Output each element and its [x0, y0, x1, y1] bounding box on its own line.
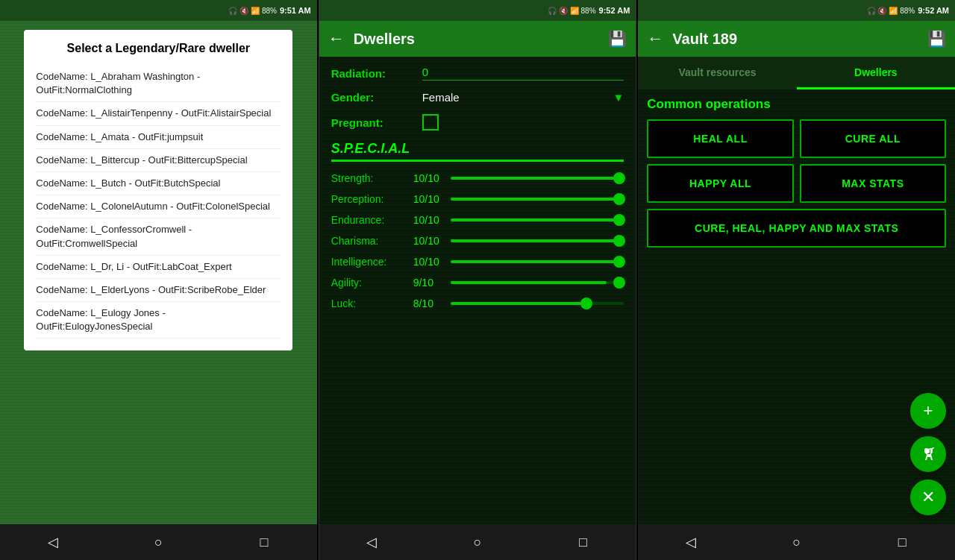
radiation-value[interactable]: 0 — [422, 66, 624, 81]
special-header: S.P.E.C.I.A.L — [331, 141, 624, 157]
stat-label-charisma: Charisma: — [331, 235, 406, 247]
app-header-3: ← Vault 189 💾 — [638, 21, 955, 57]
status-icons-3: 🎧 🔇 📶 88% — [867, 7, 915, 15]
tab-dwellers[interactable]: Dwellers — [797, 57, 955, 89]
modal-title: Select a Legendary/Rare dweller — [36, 42, 281, 55]
stat-row-agility: Agility: 9/10 — [331, 277, 624, 289]
recents-button-3[interactable]: □ — [889, 529, 915, 556]
stat-row-perception: Perception: 10/10 — [331, 193, 624, 205]
recents-button-2[interactable]: □ — [570, 529, 597, 556]
list-item[interactable]: CodeName: L_Dr, Li - OutFit:LabCoat_Expe… — [36, 256, 281, 279]
battery-2: 88% — [581, 7, 596, 15]
stat-value-perception: 10/10 — [413, 193, 443, 205]
gender-dropdown[interactable]: Female ▼ — [422, 91, 624, 104]
save-icon-3[interactable]: 💾 — [927, 30, 946, 48]
list-item[interactable]: CodeName: L_ElderLyons - OutFit:ScribeRo… — [36, 279, 281, 302]
modal-card: Select a Legendary/Rare dweller CodeName… — [24, 30, 292, 350]
recents-button-1[interactable]: □ — [251, 529, 278, 556]
list-item[interactable]: CodeName: L_Abraham Washington - OutFit:… — [36, 66, 281, 102]
back-button-1[interactable]: ◁ — [40, 529, 66, 556]
cure-all-button[interactable]: CURE ALL — [800, 119, 946, 158]
section-title: Common operations — [647, 97, 946, 112]
status-bar-2: 🎧 🔇 📶 88% 9:52 AM — [319, 0, 636, 21]
stat-slider-endurance[interactable] — [451, 218, 624, 221]
happy-all-button[interactable]: HAPPY ALL — [647, 164, 793, 203]
panel-3: 🎧 🔇 📶 88% 9:52 AM ← Vault 189 💾 Vault re… — [638, 0, 955, 560]
max-stats-button[interactable]: MAX STATS — [800, 164, 946, 203]
radiation-label: Radiation: — [331, 67, 413, 80]
stat-row-luck: Luck: 8/10 — [331, 298, 624, 309]
stat-slider-luck[interactable] — [451, 302, 624, 305]
time-1: 9:51 AM — [280, 6, 311, 15]
close-fab-button[interactable]: ✕ — [910, 479, 946, 515]
tab-vault-resources[interactable]: Vault resources — [638, 57, 796, 89]
nav-bar-2: ◁ ○ □ — [319, 524, 636, 560]
heal-all-button[interactable]: HEAL ALL — [647, 119, 793, 158]
status-icons-1: 🎧 🔇 📶 88% — [228, 7, 277, 15]
back-arrow-3[interactable]: ← — [647, 29, 663, 48]
modal-background: Select a Legendary/Rare dweller CodeName… — [0, 21, 317, 524]
stat-slider-perception[interactable] — [451, 198, 624, 201]
stat-value-luck: 8/10 — [413, 298, 443, 309]
stat-value-endurance: 10/10 — [413, 214, 443, 226]
battery-1: 88% — [262, 7, 277, 15]
stat-slider-charisma[interactable] — [451, 239, 624, 242]
stat-row-endurance: Endurance: 10/10 — [331, 214, 624, 226]
stat-label-perception: Perception: — [331, 193, 406, 205]
nav-bar-3: ◁ ○ □ — [638, 524, 955, 560]
list-item[interactable]: CodeName: L_AlistairTenpenny - OutFit:Al… — [36, 102, 281, 125]
list-item[interactable]: CodeName: L_Bittercup - OutFit:Bittercup… — [36, 149, 281, 172]
combined-button[interactable]: CURE, HEAL, HAPPY AND MAX STATS — [647, 209, 946, 248]
nav-bar-1: ◁ ○ □ — [0, 524, 317, 560]
dropdown-arrow-icon: ▼ — [613, 91, 624, 104]
list-item[interactable]: CodeName: L_Eulogy Jones - OutFit:Eulogy… — [36, 302, 281, 339]
panel-2: 🎧 🔇 📶 88% 9:52 AM ← Dwellers 💾 Radiation… — [319, 0, 637, 560]
gender-value: Female — [422, 91, 460, 104]
stat-value-intelligence: 10/10 — [413, 256, 443, 268]
status-bar-1: 🎧 🔇 📶 88% 9:51 AM — [0, 0, 317, 21]
vault-content: Common operations HEAL ALL CURE ALL HAPP… — [638, 89, 955, 524]
list-item[interactable]: CodeName: L_ColonelAutumn - OutFit:Colon… — [36, 195, 281, 218]
list-item[interactable]: CodeName: L_ConfessorCromwell - OutFit:C… — [36, 218, 281, 255]
stat-slider-intelligence[interactable] — [451, 260, 624, 263]
app-header-2: ← Dwellers 💾 — [319, 21, 636, 57]
pregnant-label: Pregnant: — [331, 116, 413, 129]
stat-label-strength: Strength: — [331, 172, 406, 184]
header-title-2: Dwellers — [354, 31, 600, 48]
operations-grid: HEAL ALL CURE ALL HAPPY ALL MAX STATS — [647, 119, 946, 203]
stat-value-strength: 10/10 — [413, 172, 443, 184]
pregnant-row: Pregnant: — [331, 114, 624, 130]
pregnant-checkbox[interactable] — [422, 114, 439, 130]
stat-row-charisma: Charisma: 10/10 — [331, 235, 624, 247]
time-3: 9:52 AM — [918, 6, 949, 15]
gender-row: Gender: Female ▼ — [331, 91, 624, 104]
panel-1: 🎧 🔇 📶 88% 9:51 AM Select a Legendary/Rar… — [0, 0, 317, 560]
home-button-2[interactable]: ○ — [464, 529, 491, 556]
stat-slider-strength[interactable] — [451, 177, 624, 180]
horse-fab-button[interactable] — [910, 436, 946, 472]
back-button-3[interactable]: ◁ — [677, 529, 704, 556]
list-item[interactable]: CodeName: L_Amata - OutFit:jumpsuit — [36, 126, 281, 149]
time-2: 9:52 AM — [599, 6, 630, 15]
list-item[interactable]: CodeName: L_Butch - OutFit:ButchSpecial — [36, 172, 281, 195]
stat-row-intelligence: Intelligence: 10/10 — [331, 256, 624, 268]
save-icon-2[interactable]: 💾 — [608, 30, 627, 48]
header-title-3: Vault 189 — [672, 31, 918, 48]
battery-3: 88% — [900, 7, 915, 15]
stat-value-charisma: 10/10 — [413, 235, 443, 247]
add-fab-button[interactable]: + — [910, 393, 946, 429]
status-icons-2: 🎧 🔇 📶 88% — [548, 7, 596, 15]
stat-slider-agility[interactable] — [451, 281, 624, 284]
special-divider — [331, 160, 624, 162]
back-arrow-2[interactable]: ← — [328, 29, 345, 48]
home-button-1[interactable]: ○ — [145, 529, 172, 556]
home-button-3[interactable]: ○ — [783, 529, 810, 556]
stat-label-endurance: Endurance: — [331, 214, 406, 226]
tab-bar: Vault resources Dwellers — [638, 57, 955, 89]
gender-label: Gender: — [331, 91, 413, 104]
fab-container: + ✕ — [910, 393, 946, 515]
stat-label-intelligence: Intelligence: — [331, 256, 406, 268]
back-button-2[interactable]: ◁ — [358, 529, 385, 556]
stat-label-agility: Agility: — [331, 277, 406, 289]
form-content: Radiation: 0 Gender: Female ▼ Pregnant: … — [319, 57, 636, 524]
